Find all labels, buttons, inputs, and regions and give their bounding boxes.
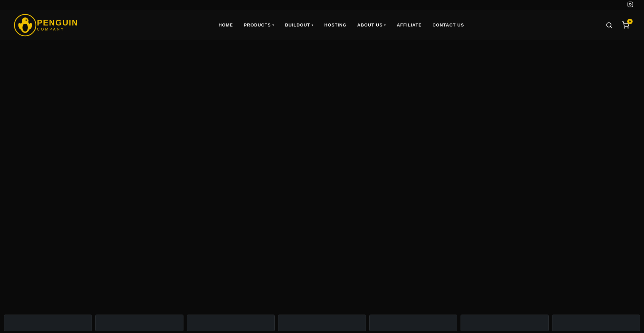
card-thumb-1[interactable] xyxy=(4,315,92,331)
nav-item-products[interactable]: PRODUCTS ▾ xyxy=(244,22,274,27)
card-thumb-5[interactable] xyxy=(369,315,457,331)
cart-badge: 0 xyxy=(627,19,633,24)
card-thumb-6[interactable] xyxy=(461,315,548,331)
logo-company: COMPANY xyxy=(37,27,78,31)
nav-item-affiliate[interactable]: AFFILIATE xyxy=(397,22,422,27)
svg-point-14 xyxy=(628,27,628,28)
main-nav: HOME PRODUCTS ▾ BUILDOUT ▾ HOSTING ABOUT… xyxy=(219,22,464,27)
chevron-down-icon: ▾ xyxy=(384,23,386,27)
nav-item-home[interactable]: HOME xyxy=(219,22,233,27)
card-thumb-4[interactable] xyxy=(278,315,366,331)
nav-item-buildout[interactable]: BUILDOUT ▾ xyxy=(285,22,314,27)
cards-strip xyxy=(0,313,644,333)
svg-point-13 xyxy=(624,27,625,28)
svg-point-7 xyxy=(25,19,27,21)
instagram-icon[interactable] xyxy=(627,1,633,9)
svg-rect-0 xyxy=(628,2,633,7)
svg-point-5 xyxy=(22,23,28,32)
svg-point-2 xyxy=(632,3,632,3)
chevron-down-icon: ▾ xyxy=(272,23,274,27)
top-bar xyxy=(0,0,644,10)
logo-link[interactable]: PENGUIN COMPANY xyxy=(13,13,78,37)
nav-item-contact-us[interactable]: CONTACT US xyxy=(432,22,464,27)
card-thumb-3[interactable] xyxy=(187,315,275,331)
card-thumb-7[interactable] xyxy=(552,315,640,331)
nav-item-hosting[interactable]: HOSTING xyxy=(324,22,346,27)
svg-point-1 xyxy=(629,3,631,5)
search-button[interactable] xyxy=(604,20,614,30)
logo-text: PENGUIN COMPANY xyxy=(37,19,78,31)
card-thumb-2[interactable] xyxy=(95,315,183,331)
search-icon xyxy=(606,22,612,29)
logo-name: PENGUIN xyxy=(37,19,78,27)
chevron-down-icon: ▾ xyxy=(312,23,314,27)
logo-icon xyxy=(13,13,37,37)
nav-item-about-us[interactable]: ABOUT US ▾ xyxy=(357,22,386,27)
cart-button[interactable]: 0 xyxy=(621,20,631,30)
svg-line-12 xyxy=(610,26,612,27)
site-header: PENGUIN COMPANY HOME PRODUCTS ▾ BUILDOUT… xyxy=(0,10,644,40)
hero-area xyxy=(0,40,644,313)
header-right: 0 xyxy=(604,20,631,30)
